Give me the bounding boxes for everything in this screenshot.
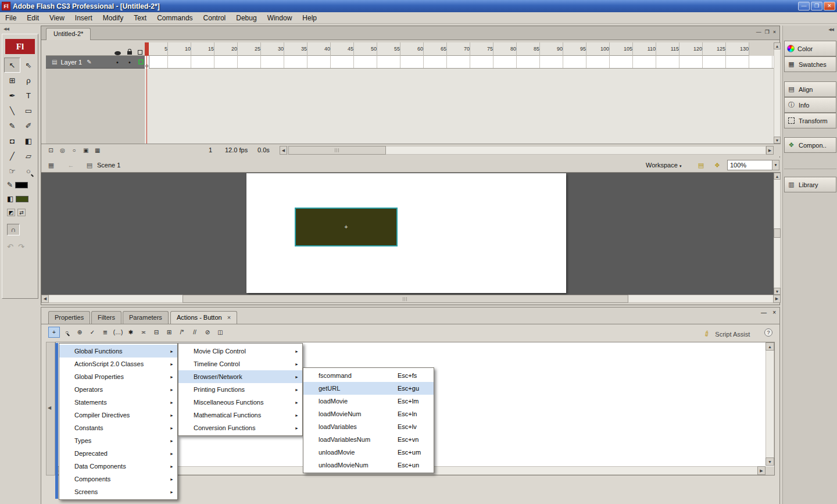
- panel-info[interactable]: ⓘ Info: [784, 97, 836, 113]
- menu-item[interactable]: Data Components►: [59, 460, 177, 473]
- menubar-item[interactable]: Control: [198, 12, 231, 24]
- menu-item[interactable]: Movie Clip Control►: [178, 345, 302, 358]
- close-button[interactable]: ✕: [824, 2, 835, 10]
- layer-row[interactable]: ▤ Layer 1 ✎ • •: [46, 56, 145, 69]
- smooth-option-icon[interactable]: ↶: [7, 242, 13, 251]
- menubar-item[interactable]: Commands: [152, 12, 198, 24]
- panel-transform[interactable]: Transform: [784, 113, 836, 128]
- menu-item[interactable]: Browser/Network►: [178, 370, 302, 383]
- fill-color-control[interactable]: ◧: [7, 195, 28, 203]
- tab-filters[interactable]: Filters: [91, 311, 121, 324]
- stage-shape[interactable]: +: [295, 208, 398, 246]
- default-colors-button[interactable]: ◩: [7, 209, 15, 216]
- swap-colors-button[interactable]: ⇄: [17, 209, 26, 216]
- stage-hscroll-thumb[interactable]: [183, 295, 628, 303]
- snap-to-objects-button[interactable]: ∩: [7, 224, 20, 235]
- panel-close-button[interactable]: ×: [772, 309, 776, 316]
- eraser-tool[interactable]: ▱: [20, 148, 37, 163]
- ink-bottle-tool[interactable]: ◘: [4, 133, 20, 148]
- back-arrow-icon[interactable]: ←: [66, 160, 76, 170]
- block-comment-button[interactable]: /*: [176, 327, 188, 338]
- menu-item[interactable]: Global Properties►: [59, 370, 177, 383]
- menu-item[interactable]: loadVariablesNumEsc+vn: [303, 433, 434, 446]
- menu-item[interactable]: Conversion Functions►: [178, 421, 302, 434]
- panel-minimize-button[interactable]: —: [761, 309, 767, 316]
- menu-item[interactable]: unloadMovieEsc+um: [303, 446, 434, 459]
- menu-item[interactable]: Miscellaneous Functions►: [178, 396, 302, 409]
- edit-multiple-frames-icon[interactable]: ▣: [81, 145, 91, 155]
- tab-close-icon[interactable]: ×: [227, 314, 231, 321]
- layer-frames-row[interactable]: [145, 56, 774, 69]
- panel-align[interactable]: ▤ Align: [784, 81, 836, 97]
- panel-color[interactable]: Color: [784, 41, 836, 56]
- menu-item[interactable]: Deprecated►: [59, 447, 177, 460]
- hand-tool[interactable]: ☞: [4, 163, 20, 178]
- tab-parameters[interactable]: Parameters: [123, 311, 169, 324]
- stroke-color-control[interactable]: ✎: [7, 181, 28, 189]
- menu-item[interactable]: getURLEsc+gu: [303, 382, 434, 395]
- tab-actions[interactable]: Actions - Button ×: [170, 311, 237, 324]
- brush-tool[interactable]: ✐: [20, 118, 37, 133]
- modify-onion-markers-icon[interactable]: ▦: [92, 145, 102, 155]
- pen-tool[interactable]: ✒: [4, 88, 20, 103]
- timeline-scroll-right[interactable]: ▶: [766, 146, 774, 155]
- debug-options-button[interactable]: ✱: [125, 327, 137, 338]
- script-navigator-splitter[interactable]: ◀: [46, 342, 55, 476]
- remove-comment-button[interactable]: ⊘: [202, 327, 213, 338]
- doc-minimize-button[interactable]: —: [756, 29, 761, 35]
- menubar-item[interactable]: Text: [128, 12, 152, 24]
- script-scroll-right[interactable]: ▶: [757, 466, 766, 475]
- show-hide-layers-icon[interactable]: [115, 51, 121, 55]
- menubar-item[interactable]: Modify: [98, 12, 128, 24]
- paint-bucket-tool[interactable]: ◧: [20, 133, 37, 148]
- frame-rate[interactable]: 12.0 fps: [225, 146, 248, 153]
- stroke-color-swatch[interactable]: [15, 182, 28, 188]
- doc-restore-button[interactable]: ❐: [765, 29, 770, 35]
- menubar-item[interactable]: Window: [262, 12, 298, 24]
- menubar-item[interactable]: Debug: [231, 12, 262, 24]
- check-syntax-button[interactable]: ✓: [87, 327, 98, 338]
- script-scroll-down[interactable]: ▼: [766, 457, 774, 466]
- zoom-level-input[interactable]: 100%: [727, 160, 772, 170]
- menubar-item[interactable]: View: [44, 12, 70, 24]
- menu-item[interactable]: unloadMovieNumEsc+un: [303, 459, 434, 471]
- timeline-vscroll[interactable]: [774, 42, 781, 144]
- line-tool[interactable]: ╲: [4, 103, 20, 118]
- collapse-left-dock-button[interactable]: ◀◀: [3, 27, 9, 31]
- fill-color-swatch[interactable]: [16, 196, 28, 202]
- restore-button[interactable]: ❐: [811, 2, 822, 10]
- empty-keyframe[interactable]: [145, 56, 149, 69]
- onion-skin-outlines-icon[interactable]: ○: [69, 145, 79, 155]
- show-toolbox-button[interactable]: ◫: [214, 327, 226, 338]
- menubar-item[interactable]: Edit: [22, 12, 44, 24]
- layer-name[interactable]: Layer 1: [60, 59, 82, 66]
- timeline-scroll-left[interactable]: ◀: [280, 146, 287, 155]
- center-frame-icon[interactable]: ⊡: [46, 145, 56, 155]
- insert-target-path-button[interactable]: ⊕: [74, 327, 85, 338]
- minimize-button[interactable]: —: [798, 2, 810, 10]
- subselection-tool[interactable]: ⇖: [20, 58, 37, 73]
- menu-item[interactable]: Timeline Control►: [178, 358, 302, 370]
- stage-scroll-left[interactable]: ◀: [41, 295, 49, 303]
- timeline-ruler[interactable]: 5101520253035404550556065707580859095100…: [145, 42, 749, 56]
- help-icon[interactable]: ?: [764, 328, 772, 337]
- document-tab[interactable]: Untitled-2*: [46, 28, 91, 40]
- edit-scene-button[interactable]: ▤: [696, 160, 706, 170]
- stage-vscroll-thumb[interactable]: [774, 228, 781, 238]
- menu-item[interactable]: loadMovieNumEsc+ln: [303, 408, 434, 420]
- workspace-button[interactable]: Workspace ▾: [646, 162, 681, 169]
- script-vscroll[interactable]: [766, 342, 774, 466]
- expand-all-button[interactable]: ⊞: [163, 327, 175, 338]
- outline-layers-icon[interactable]: [138, 50, 142, 55]
- panel-swatches[interactable]: ▦ Swatches: [784, 56, 836, 72]
- menu-item[interactable]: Constants►: [59, 421, 177, 434]
- collapse-selection-button[interactable]: ⊟: [151, 327, 162, 338]
- menu-item[interactable]: Screens►: [59, 485, 177, 498]
- line-comment-button[interactable]: //: [189, 327, 201, 338]
- timeline-toggle-button[interactable]: ▦: [46, 160, 56, 170]
- script-assist-button[interactable]: ✐ Script Assist: [704, 328, 750, 339]
- pasteboard[interactable]: +: [41, 173, 774, 295]
- menu-item[interactable]: loadVariablesEsc+lv: [303, 420, 434, 433]
- tab-properties[interactable]: Properties: [48, 311, 90, 324]
- menubar-item[interactable]: File: [0, 12, 22, 24]
